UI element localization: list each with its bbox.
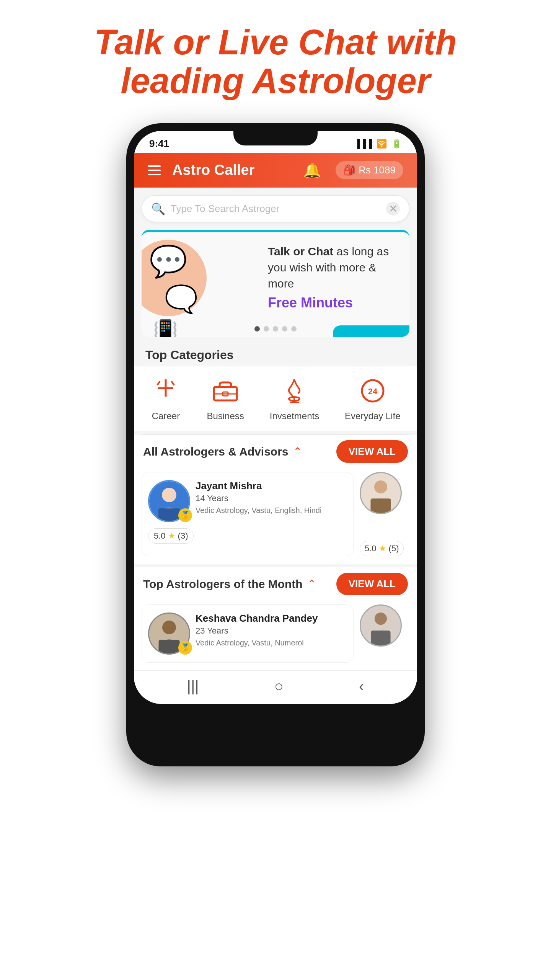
svg-rect-23 [159,640,180,653]
nav-recent-apps[interactable]: ||| [187,678,199,695]
top-astrologer-years-1: 23 Years [196,626,347,636]
top-astrologer-avatar-2 [360,604,402,647]
battery-icon: 🔋 [391,139,402,149]
chat-bubble-icon: 💬 [149,243,198,279]
status-time: 9:41 [149,138,169,150]
astrologer-avatar-2 [360,472,402,514]
nav-back[interactable]: ‹ [359,678,364,695]
svg-rect-19 [371,499,391,513]
category-everyday[interactable]: 24 Everyday Life [345,376,400,421]
astrologer-skills-1: Vedic Astrology, Vastu, English, Hindi [196,505,347,516]
search-icon: 🔍 [151,202,165,216]
investments-label: Invsetments [270,411,319,421]
rating-reviews-2: (5) [389,544,399,554]
banner-icons: 💬 🗨️ 📳 [149,243,198,337]
notch [233,131,318,145]
chat-bubble2-icon: 🗨️ [165,283,198,315]
category-business[interactable]: Business [207,376,244,421]
app-title: Astro Caller [172,162,295,178]
categories-row: Career Business [134,366,417,431]
category-investments[interactable]: Invsetments [270,376,319,421]
svg-point-25 [375,612,387,625]
top-astrologers-chevron: ⌃ [307,578,316,590]
banner-teal-accent [333,325,409,337]
top-astrologer-card-1[interactable]: 🏅 Keshava Chandra Pandey 23 Years Vedic … [142,604,354,663]
wallet-icon: 🎒 [343,164,355,176]
astrologer-name-1: Jayant Mishra [196,480,347,492]
all-astrologers-title: All Astrologers & Advisors [143,445,289,458]
business-icon [210,376,241,406]
dot-5[interactable] [291,326,297,332]
category-career[interactable]: Career [150,376,181,421]
star-icon-2: ★ [379,544,386,554]
svg-point-21 [162,621,176,634]
section-header-left: All Astrologers & Advisors ⌃ [143,445,302,458]
banner-line1: Talk or Chat as long asyou wish with mor… [268,243,402,292]
top-astrologer-card-inner-1: 🏅 Keshava Chandra Pandey 23 Years Vedic … [148,612,347,655]
business-label: Business [207,411,244,421]
status-bar: 9:41 ▐▐▐ 🛜 🔋 [134,131,417,153]
hamburger-menu[interactable] [148,165,161,175]
astrologer-years-1: 14 Years [196,493,347,503]
svg-line-3 [171,381,174,385]
bell-icon[interactable]: 🔔 [303,162,321,179]
rating-partial-2: 5.0 ★ (5) [360,541,404,556]
top-astrologers-title: Top Astrologers of the Month [143,578,303,591]
astrologer-avatar-wrap-1: 🏅 [148,480,190,522]
status-icons: ▐▐▐ 🛜 🔋 [354,139,402,149]
free-minutes-text: Free Minutes [268,295,402,311]
wallet-button[interactable]: 🎒 Rs 1089 [336,161,403,179]
investments-icon [279,376,310,406]
dot-1[interactable] [254,326,260,332]
rating-reviews-1: (3) [178,531,188,541]
svg-point-13 [162,488,176,502]
rating-value-1: 5.0 [154,531,166,541]
bottom-nav: ||| ○ ‹ [134,670,417,704]
banner-dots [254,326,297,332]
top-astrologer-info-1: Keshava Chandra Pandey 23 Years Vedic As… [196,612,347,648]
svg-text:24: 24 [368,387,378,396]
rating-value-2: 5.0 [365,544,377,554]
phone-vibrate-icon: 📳 [153,318,198,337]
promo-banner: 💬 🗨️ 📳 Talk or Chat as long asyou wish w… [142,230,409,337]
top-astrologer-skills-1: Vedic Astrology, Vastu, Numerol [196,637,347,648]
astrologer-card-2[interactable]: 5.0 ★ (5) [360,472,409,556]
astrologer-info-1: Jayant Mishra 14 Years Vedic Astrology, … [196,480,347,516]
search-clear-button[interactable]: ✕ [386,202,400,216]
astrologer-card-inner-1: 🏅 Jayant Mishra 14 Years Vedic Astrology… [148,480,347,522]
wallet-amount: Rs 1089 [359,164,396,176]
astrologers-row: 🏅 Jayant Mishra 14 Years Vedic Astrology… [134,468,417,564]
page-wrapper: Talk or Live Chat with leading Astrologe… [0,0,551,980]
dot-3[interactable] [273,326,278,332]
astrologer-rating-1: 5.0 ★ (3) [148,528,194,544]
top-astrologers-row: 🏅 Keshava Chandra Pandey 23 Years Vedic … [134,601,417,670]
top-astrologers-view-all[interactable]: VIEW ALL [336,573,408,595]
everyday-icon: 24 [357,376,388,406]
banner-text: Talk or Chat as long asyou wish with mor… [268,243,402,311]
dot-4[interactable] [282,326,287,332]
phone-screen: 9:41 ▐▐▐ 🛜 🔋 Astro Caller 🔔 🎒 [134,131,417,704]
top-astrologer-badge-1: 🏅 [178,641,192,655]
career-icon [150,376,181,406]
search-placeholder[interactable]: Type To Search Astroger [171,203,386,215]
everyday-label: Everyday Life [345,411,400,421]
search-bar[interactable]: 🔍 Type To Search Astroger ✕ [142,195,409,222]
top-astrologer-card-2[interactable] [360,604,409,663]
signal-icon: ▐▐▐ [354,139,372,149]
astrologer-card-1[interactable]: 🏅 Jayant Mishra 14 Years Vedic Astrology… [142,472,354,556]
top-astrologers-header-left: Top Astrologers of the Month ⌃ [143,578,316,591]
phone-shell: 9:41 ▐▐▐ 🛜 🔋 Astro Caller 🔔 🎒 [126,123,425,766]
svg-rect-27 [371,631,390,646]
dot-2[interactable] [264,326,269,332]
divider-4 [142,564,409,564]
svg-line-2 [157,381,160,385]
top-astrologer-name-1: Keshava Chandra Pandey [196,612,347,624]
svg-rect-15 [158,508,180,521]
top-astrologers-section: Top Astrologers of the Month ⌃ VIEW ALL [134,567,417,670]
top-astrologer-avatar-wrap-1: 🏅 [148,612,190,655]
career-label: Career [152,411,180,421]
all-astrologers-header: All Astrologers & Advisors ⌃ VIEW ALL [134,435,417,468]
nav-home[interactable]: ○ [274,678,284,695]
all-astrologers-view-all[interactable]: VIEW ALL [336,440,408,463]
star-icon-1: ★ [168,531,176,541]
